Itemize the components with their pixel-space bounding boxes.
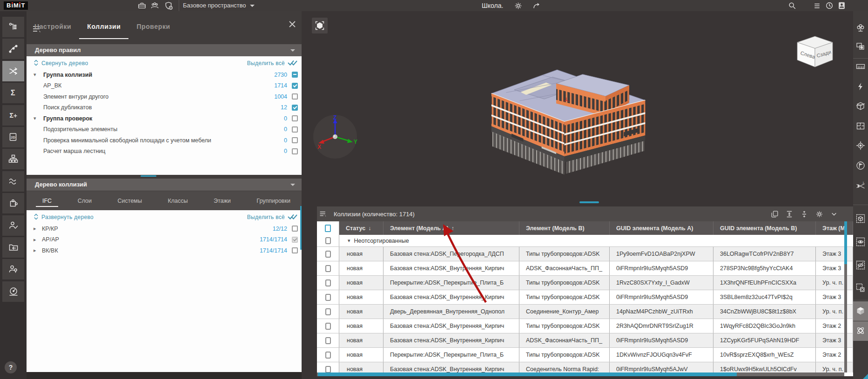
col-element-a-header[interactable]: Элемент (Модель А)↑	[384, 221, 519, 235]
rule-tree-row[interactable]: Проверка минимальной свободной площади с…	[27, 135, 302, 146]
col-guid-b-header[interactable]: GUID элемента (Модель B)	[713, 221, 816, 235]
corner-resize-icon[interactable]	[863, 374, 868, 379]
row-checkbox[interactable]	[325, 308, 331, 315]
caret-icon[interactable]: ▸	[34, 247, 42, 253]
collision-tree-row[interactable]: ▸ВК/ВК1714/1714	[27, 245, 302, 256]
collision-tree-row[interactable]: ▸КР/КР12/12	[27, 223, 302, 234]
focus-target-button[interactable]	[856, 141, 865, 150]
ruler-button[interactable]	[856, 62, 865, 71]
row-height-icon[interactable]	[798, 208, 810, 219]
team-icon[interactable]	[150, 1, 159, 10]
row-checkbox[interactable]	[325, 323, 331, 330]
row-checkbox[interactable]	[325, 251, 331, 258]
row-checkbox[interactable]	[325, 337, 331, 344]
table-row[interactable]: новаяБазовая стена:ADSK_Внутренняя_Кирпи…	[317, 319, 853, 333]
rule-checkbox[interactable]	[292, 83, 298, 89]
rule-checkbox[interactable]	[292, 72, 298, 78]
col-checkbox-cell[interactable]	[317, 362, 339, 372]
collision-tree-row[interactable]: ▸АР/АР1714/1714	[27, 234, 302, 246]
chevron-down-icon[interactable]	[290, 184, 295, 186]
horizontal-scrollbar[interactable]	[317, 372, 844, 376]
building-model[interactable]	[488, 56, 652, 179]
table-row[interactable]: новаяБазовая стена:ADSK_Внутренняя_Кирпи…	[317, 333, 853, 348]
hscroll-thumb[interactable]	[318, 372, 737, 376]
table-menu-icon[interactable]	[317, 208, 329, 219]
section-cube-button[interactable]	[856, 101, 865, 111]
col-element-b-header[interactable]: Элемент (Модель B)	[519, 221, 610, 235]
flash-button[interactable]	[856, 82, 865, 91]
account-icon[interactable]	[837, 1, 846, 10]
col-checkbox-cell[interactable]	[317, 290, 339, 304]
dashboard-button[interactable]	[2, 281, 24, 302]
col-checkbox-cell[interactable]	[317, 319, 339, 333]
copy-icon[interactable]	[768, 208, 781, 219]
tab-settings[interactable]: Настройки	[27, 11, 79, 42]
bimit-logo[interactable]: BiMiT	[4, 1, 28, 10]
rule-tree-row[interactable]: Поиск дубликатов12	[27, 102, 302, 113]
2d-view-button[interactable]: 2D	[2, 127, 24, 147]
col-checkbox-header[interactable]	[317, 221, 339, 235]
rule-checkbox[interactable]	[292, 115, 298, 121]
user-check-button[interactable]	[2, 215, 24, 236]
rule-checkbox[interactable]	[292, 148, 298, 154]
help-button[interactable]: ?	[5, 361, 17, 373]
chevron-down-icon[interactable]	[290, 49, 295, 52]
col-checkbox-cell[interactable]	[317, 333, 339, 347]
node-checkbox[interactable]	[292, 237, 298, 243]
caret-icon[interactable]: ▸	[34, 237, 42, 243]
row-checkbox[interactable]	[325, 366, 331, 373]
tab-ifc[interactable]: IFC	[36, 191, 58, 210]
rule-tree-row[interactable]: Расчет марша лестниц0	[27, 146, 302, 157]
overlap-select-button[interactable]	[856, 42, 865, 51]
caret-icon[interactable]: ▾	[34, 72, 43, 78]
table-row[interactable]: новаяБазовая стена:ADSK_Внутренняя_Кирпи…	[317, 362, 853, 372]
tab-layers[interactable]: Слои	[71, 191, 98, 210]
vscroll-thumb[interactable]	[844, 221, 847, 264]
structure-button[interactable]	[2, 149, 24, 169]
row-checkbox[interactable]	[325, 352, 331, 359]
settings-gear-icon[interactable]	[513, 1, 523, 10]
rule-tree-row[interactable]: Элемент внтури другого1004	[27, 91, 302, 102]
model-tree-button[interactable]	[2, 17, 24, 37]
rule-tree-row[interactable]: АР_ВК1714	[27, 80, 302, 92]
workspace-selector[interactable]: Базовое пространство	[183, 0, 246, 11]
row-checkbox[interactable]	[325, 279, 331, 286]
briefcase-icon[interactable]	[137, 1, 147, 10]
orbit-button[interactable]	[856, 326, 865, 335]
isolate-cube-button[interactable]	[856, 214, 865, 223]
collapse-tree-link[interactable]: Свернуть дерево	[34, 60, 88, 66]
table-row[interactable]: новаяПерекрытие:ADSK_Перекрытие_Плита_БТ…	[317, 348, 853, 362]
focus-selection-button[interactable]	[312, 18, 328, 33]
share-icon[interactable]	[532, 1, 541, 10]
rule-checkbox[interactable]	[292, 137, 298, 143]
section-resize-handle[interactable]	[141, 175, 156, 177]
node-checkbox[interactable]	[292, 247, 298, 253]
search-icon[interactable]	[787, 1, 797, 10]
show-eye-button[interactable]	[856, 237, 865, 246]
tab-collisions[interactable]: Коллизии	[79, 11, 128, 42]
select-all-link[interactable]: Выделить всё	[247, 60, 298, 66]
col-guid-a-header[interactable]: GUID элемента (Модель А)	[610, 221, 713, 235]
viewport-3d[interactable]: Слева Сзади Z X Y Коллизии (количество: …	[302, 11, 853, 379]
col-checkbox-cell[interactable]	[317, 305, 339, 319]
select-all-link[interactable]: Выделить всё	[247, 213, 298, 220]
table-row[interactable]: новаяДверь_Деревянная_Внутренняя_Однопол…	[317, 305, 853, 319]
floor-plan-button[interactable]	[856, 121, 865, 131]
shield-badge-icon[interactable]	[164, 1, 173, 10]
folder-export-button[interactable]	[2, 237, 24, 258]
table-resize-handle[interactable]	[579, 201, 599, 203]
col-checkbox-cell[interactable]	[317, 247, 339, 261]
graphs-button[interactable]	[2, 171, 24, 192]
row-checkbox[interactable]	[325, 294, 331, 301]
rule-checkbox[interactable]	[292, 126, 298, 133]
table-settings-icon[interactable]	[813, 208, 825, 219]
tree-plan-button[interactable]	[856, 23, 865, 33]
caret-icon[interactable]: ▾	[348, 238, 350, 244]
menu-list-icon[interactable]	[812, 1, 821, 10]
view-cube-button[interactable]	[856, 306, 865, 315]
user-location-button[interactable]	[2, 259, 24, 279]
tab-floors[interactable]: Этажи	[207, 191, 237, 210]
table-row[interactable]: новаяБазовая стена:ADSK_Перегородка_ЛДСП…	[317, 247, 853, 261]
col-checkbox-cell[interactable]	[317, 348, 339, 362]
rule-tree-row[interactable]: Подозрительные элементы0	[27, 124, 302, 135]
